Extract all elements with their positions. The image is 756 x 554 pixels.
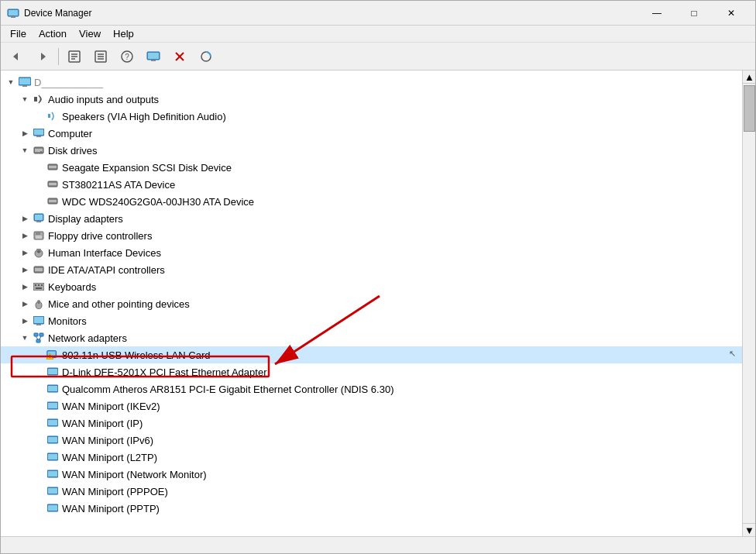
keyboards-icon [32,280,46,293]
svg-rect-61 [34,333,38,336]
tree-item-ip[interactable]: ▶ WAN Miniport (IP) [1,415,742,432]
update-driver-button[interactable] [88,46,113,67]
svg-marker-4 [41,53,46,60]
scroll-up-btn[interactable]: ▲ [743,71,755,84]
properties-button[interactable] [62,46,87,67]
wdc-icon [46,195,60,208]
title-bar: Device Manager — □ ✕ [1,1,755,26]
svg-text:!: ! [50,355,51,360]
disk-icon [32,144,46,157]
scroll-track[interactable] [743,132,755,523]
svg-rect-16 [148,53,159,59]
tree-item-audio[interactable]: ▼ Audio inputs and outputs [1,91,742,108]
svg-rect-71 [48,369,57,374]
pppoe-icon [46,485,60,497]
dlink-icon [46,366,60,378]
main-area: ▼ D___________ ▼ [1,71,755,536]
tree-item-dlink[interactable]: ▶ D-Link DFE-5201X PCI Fast Ethernet Ada… [1,363,742,380]
tree-item-display[interactable]: ▶ Display adapters [1,210,742,227]
keyboards-expand[interactable]: ▶ [18,280,32,294]
tree-item-ikev2[interactable]: ▶ WAN Miniport (IKEv2) [1,397,742,415]
tree-item-st380211[interactable]: ▶ ST380211AS ATA Device [1,176,742,193]
menu-action[interactable]: Action [33,26,73,41]
tree-item-mice[interactable]: ▶ Mice and other pointing devices [1,295,742,312]
svg-rect-2 [11,16,15,18]
monitors-icon [32,315,46,327]
svg-line-64 [36,336,38,339]
hid-label: Human Interface Devices [48,247,161,259]
qualcomm-icon [46,383,60,395]
mice-expand[interactable]: ▶ [18,297,32,311]
tree-item-wdc[interactable]: ▶ WDC WDS240G2G0A-00JH30 ATA Device [1,193,742,210]
svg-rect-59 [34,317,43,323]
device-tree[interactable]: ▼ D___________ ▼ [1,71,742,536]
ipv6-icon [46,434,60,446]
svg-rect-28 [36,136,41,137]
back-button[interactable] [4,46,29,67]
svg-rect-17 [151,60,156,61]
menu-help[interactable]: Help [107,26,140,41]
svg-rect-43 [36,236,42,239]
tree-item-computer[interactable]: ▶ Computer [1,125,742,142]
device-props-button[interactable] [141,46,166,67]
svg-rect-42 [36,232,40,235]
scroll-down-btn[interactable]: ▼ [743,523,755,536]
wifi-label: 802.11n USB Wireless LAN Card [62,349,210,361]
menu-view[interactable]: View [73,26,107,41]
minimize-button[interactable]: — [639,2,675,24]
menu-file[interactable]: File [4,26,33,41]
tree-item-pptp[interactable]: ▶ WAN Miniport (PPTP) [1,500,742,517]
close-button[interactable]: ✕ [713,2,749,24]
tree-item-speakers[interactable]: ▶ Speakers (VIA High Definition Audio) [1,108,742,125]
maximize-button[interactable]: □ [676,2,712,24]
keyboards-label: Keyboards [48,281,96,293]
tree-item-floppy[interactable]: ▶ Floppy drive controllers [1,227,742,244]
tree-item-network[interactable]: ▼ Network adapters [1,329,742,346]
tree-item-qualcomm[interactable]: ▶ Qualcomm Atheros AR8151 PCI-E Gigabit … [1,380,742,397]
tree-item-hid[interactable]: ▶ Human Interface Devices [1,244,742,261]
floppy-expand[interactable]: ▶ [18,229,32,243]
tree-item-ide[interactable]: ▶ IDE ATA/ATAPI controllers [1,261,742,278]
computer-expand[interactable]: ▶ [18,126,32,140]
tree-item-wifi[interactable]: ▶ ! 802.11n USB Wireless LAN Card ↖ [1,346,742,363]
tree-item-netmon[interactable]: ▶ WAN Miniport (Network Monitor) [1,466,742,483]
tree-item-pppoe[interactable]: ▶ WAN Miniport (PPPOE) [1,483,742,500]
scan-button[interactable] [194,46,218,67]
monitors-expand[interactable]: ▶ [18,314,32,328]
tree-item-keyboards[interactable]: ▶ Keyboards [1,278,742,295]
audio-expand[interactable]: ▼ [18,92,32,106]
svg-rect-49 [35,268,43,271]
svg-rect-77 [48,420,57,425]
root-expand[interactable]: ▼ [4,75,18,89]
tree-item-l2tp[interactable]: ▶ WAN Miniport (L2TP) [1,449,742,466]
forward-button[interactable] [30,46,55,67]
help-button[interactable]: ? [115,46,139,67]
netmon-label: WAN Miniport (Network Monitor) [62,469,207,480]
disk-expand[interactable]: ▼ [18,143,32,157]
uninstall-button[interactable] [167,46,192,67]
tree-item-ipv6[interactable]: ▶ WAN Miniport (IPv6) [1,432,742,449]
display-label: Display adapters [48,213,123,225]
network-icon [32,332,46,344]
svg-rect-81 [48,454,57,459]
svg-rect-52 [38,284,40,286]
tree-item-monitors[interactable]: ▶ Monitors [1,312,742,329]
vertical-scrollbar[interactable]: ▲ ▼ [742,71,755,536]
tree-item-diskdrives[interactable]: ▼ Disk drives [1,142,742,159]
tree-root[interactable]: ▼ D___________ [1,74,742,91]
svg-rect-24 [34,97,37,102]
svg-rect-85 [48,488,57,494]
menu-bar: File Action View Help [1,26,755,43]
display-expand[interactable]: ▶ [18,212,32,225]
audio-icon [32,93,46,105]
ide-expand[interactable]: ▶ [18,263,32,277]
st380211-label: ST380211AS ATA Device [62,179,175,191]
hid-expand[interactable]: ▶ [18,246,32,260]
svg-rect-23 [22,85,27,87]
scroll-thumb[interactable] [744,85,755,132]
tree-item-seagate[interactable]: ▶ Seagate Expansion SCSI Disk Device [1,159,742,176]
speakers-label: Speakers (VIA High Definition Audio) [62,111,226,122]
network-expand[interactable]: ▼ [18,331,32,345]
status-bar [1,536,755,553]
toolbar: ? [1,43,755,71]
